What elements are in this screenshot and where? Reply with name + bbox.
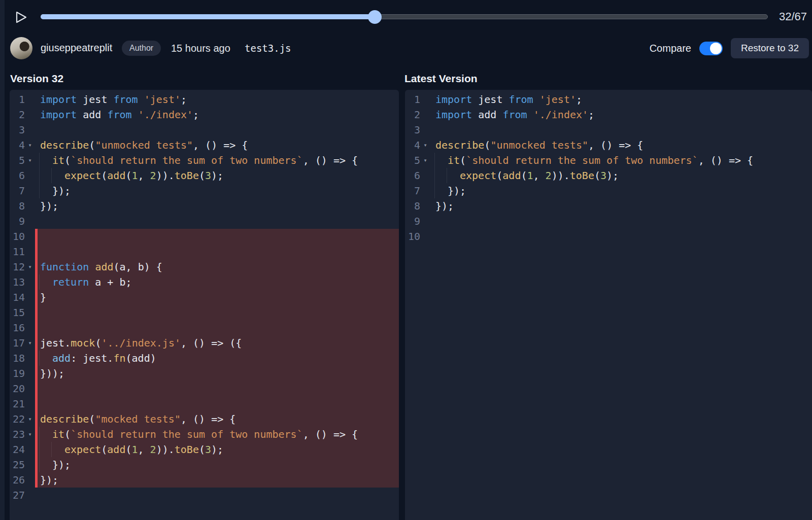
line-number: 19 [10,366,25,381]
fold-spacer [420,229,430,244]
line-number: 12 [10,259,25,274]
toggle-knob [710,43,722,54]
line-number: 1 [405,92,420,107]
latest-code-panel: 1import jest from 'jest';2import add fro… [405,90,812,520]
fold-spacer [25,351,35,366]
code-line-highlighted: 15 [10,305,399,320]
fold-spacer [25,320,35,335]
code-content: it(`should return the sum of two numbers… [35,153,399,168]
line-number: 5 [405,153,420,168]
indent-guide [434,168,435,183]
code-content [35,488,399,503]
code-line: 1import jest from 'jest'; [405,92,812,107]
code-area: 1import jest from 'jest';2import add fro… [405,90,812,244]
code-content: return a + b; [35,274,399,290]
fold-arrow-icon[interactable]: ▾ [25,259,35,274]
line-number: 7 [10,183,25,198]
code-line-highlighted: 25}); [10,457,399,472]
indent-guide [39,442,40,457]
line-number: 3 [10,122,25,137]
code-content: })); [35,366,399,381]
compare-toggle[interactable] [699,42,723,55]
line-number: 4 [10,137,25,153]
code-content: expect(add(1, 2)).toBe(3); [430,168,812,183]
code-content: } [35,290,399,305]
indent-guide [51,442,52,457]
line-number: 9 [405,214,420,229]
indent-guide [39,153,40,168]
fold-spacer [25,92,35,107]
restore-button[interactable]: Restore to 32 [731,38,809,58]
indent-guide [39,183,40,198]
line-number: 7 [405,183,420,198]
fold-arrow-icon[interactable]: ▾ [25,137,35,153]
code-line: 4▾describe("unmocked tests", () => { [10,137,399,153]
code-line-highlighted: 16 [10,320,399,335]
code-line-highlighted: 24expect(add(1, 2)).toBe(3); [10,442,399,457]
indent-guide [39,274,40,290]
code-line: 8}); [405,198,812,214]
code-content [35,229,399,244]
code-line-highlighted: 14} [10,290,399,305]
code-content [35,244,399,259]
code-content [430,229,812,244]
line-number: 8 [405,198,420,214]
fold-arrow-icon[interactable]: ▾ [25,335,35,351]
fold-arrow-icon[interactable]: ▾ [420,153,430,168]
line-number: 10 [10,229,25,244]
line-number: 15 [10,305,25,320]
line-number: 25 [10,457,25,472]
fold-spacer [25,457,35,472]
fold-arrow-icon[interactable]: ▾ [25,427,35,442]
fold-spacer [25,183,35,198]
fold-spacer [25,107,35,122]
line-number: 24 [10,442,25,457]
code-content: it(`should return the sum of two numbers… [430,153,812,168]
code-content: expect(add(1, 2)).toBe(3); [35,442,399,457]
left-edge-divider [0,0,5,520]
code-content [35,320,399,335]
fold-arrow-icon[interactable]: ▾ [25,411,35,427]
timestamp: 15 hours ago [171,43,230,54]
line-number: 9 [10,214,25,229]
code-content: import jest from 'jest'; [35,92,399,107]
play-button[interactable] [13,9,29,25]
fold-spacer [25,168,35,183]
code-content: }); [35,198,399,214]
line-number: 20 [10,381,25,396]
version-panel-title: Version 32 [10,73,63,85]
code-line: 2import add from './index'; [405,107,812,122]
slider-thumb[interactable] [368,10,382,24]
code-content: describe("mocked tests", () => { [35,411,399,427]
fold-arrow-icon[interactable]: ▾ [25,153,35,168]
line-number: 22 [10,411,25,427]
code-content: }); [35,183,399,198]
code-line: 10 [405,229,812,244]
code-content [430,214,812,229]
fold-spacer [25,472,35,488]
code-content [35,122,399,137]
code-line: 6expect(add(1, 2)).toBe(3); [10,168,399,183]
code-content: it(`should return the sum of two numbers… [35,427,399,442]
compare-label: Compare [650,43,691,54]
code-content [35,396,399,411]
line-number: 2 [10,107,25,122]
line-number: 1 [10,92,25,107]
compare-controls: Compare Restore to 32 [650,38,809,58]
code-content: add: jest.fn(add) [35,351,399,366]
code-line-highlighted: 26}); [10,472,399,488]
version-slider[interactable] [41,11,768,22]
author-badge: Author [122,41,161,56]
line-number: 18 [10,351,25,366]
fold-arrow-icon[interactable]: ▾ [420,137,430,153]
version-counter: 32/67 [779,10,807,23]
code-line: 7}); [405,183,812,198]
line-number: 6 [405,168,420,183]
line-number: 5 [10,153,25,168]
line-number: 13 [10,274,25,290]
indent-guide [39,457,40,472]
code-content [35,381,399,396]
line-number: 26 [10,472,25,488]
latest-panel-title: Latest Version [404,73,478,85]
line-number: 17 [10,335,25,351]
